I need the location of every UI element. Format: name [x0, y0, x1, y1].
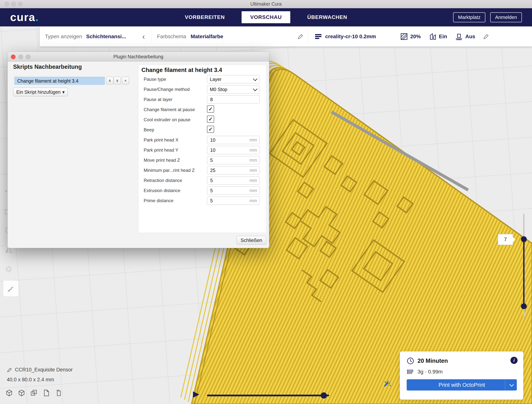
tab-prepare[interactable]: VORBEREITEN: [179, 11, 230, 23]
info-icon[interactable]: i: [510, 357, 518, 364]
layers-icon: [315, 33, 322, 40]
unit-label: mm: [249, 158, 257, 163]
field-label: Pause at layer: [144, 97, 172, 102]
field-label: Prime distance: [144, 198, 173, 203]
prime-distance-field[interactable]: mm: [207, 197, 260, 205]
material-usage-row: 3g · 0.99m: [407, 369, 443, 375]
chevron-down-icon: [509, 382, 514, 387]
pause-at-layer-input[interactable]: [210, 97, 257, 103]
file-icon[interactable]: [43, 389, 50, 397]
add-script-button[interactable]: Ein Skript hinzufügen ▾: [13, 88, 68, 96]
script-settings-heading: Change filament at height 3.4: [141, 67, 222, 73]
field-label: Extrusion distance: [144, 188, 180, 193]
pause-at-layer-field[interactable]: [207, 95, 260, 104]
extrusion-distance-input[interactable]: [210, 188, 249, 193]
path-slider-handle[interactable]: [321, 392, 327, 398]
retraction-distance-field[interactable]: mm: [207, 176, 260, 185]
pencil-icon: [297, 33, 304, 40]
cool-extruder-checkbox[interactable]: ✓: [207, 115, 214, 123]
print-settings-summary[interactable]: creality-cr-10 0.2mm: [315, 26, 376, 46]
park-head-y-input[interactable]: [210, 147, 249, 153]
copy-icon[interactable]: [30, 389, 38, 397]
script-settings-form: Pause type Layer Pause/Change method M0 …: [139, 74, 266, 206]
script-settings-panel: Change filament at height 3.4 Pause type…: [138, 65, 266, 233]
form-row: Extrusion distance mm: [139, 186, 266, 196]
print-with-octoprint-button[interactable]: Print with OctoPrint: [407, 379, 517, 391]
check-icon: ✓: [209, 106, 213, 112]
dialog-close-action-button[interactable]: Schließen: [237, 236, 266, 244]
park-head-x-input[interactable]: [210, 137, 249, 143]
adhesion-icon: [455, 33, 463, 40]
wrench-icon: [383, 380, 392, 389]
window-title: Ultimaker Cura: [0, 0, 532, 8]
minimum-park-z-field[interactable]: mm: [207, 166, 260, 174]
script-list-item[interactable]: Change filament at height 3.4: [14, 77, 105, 85]
layer-slider-top-handle[interactable]: [521, 236, 527, 242]
move-script-down-button[interactable]: ∨: [114, 77, 121, 84]
chevron-left-icon: ‹: [142, 33, 145, 40]
park-head-y-field[interactable]: mm: [207, 146, 260, 154]
minimum-park-z-input[interactable]: [210, 167, 249, 173]
dialog-titlebar[interactable]: Plugin Nachbearbeitung: [8, 52, 269, 61]
pencil-icon[interactable]: [7, 367, 12, 373]
select-value: M0 Stop: [210, 87, 227, 92]
pencil-icon: [483, 33, 489, 40]
print-button-label: Print with OctoPrint: [438, 382, 485, 388]
move-head-z-input[interactable]: [210, 157, 249, 163]
layer-number-flag: 7: [498, 234, 513, 245]
stairs-icon: [7, 284, 15, 293]
infill-setting[interactable]: 20%: [400, 26, 421, 46]
beep-checkbox[interactable]: ✓: [207, 126, 214, 133]
park-head-x-field[interactable]: mm: [207, 136, 260, 144]
print-options-dropdown[interactable]: [505, 379, 517, 391]
layer-slider-bottom-handle[interactable]: [521, 303, 527, 309]
form-row: Park print head Y mm: [139, 145, 266, 155]
move-script-up-button[interactable]: ∧: [106, 77, 113, 84]
collapse-arrow[interactable]: ‹: [142, 26, 145, 46]
remove-script-button[interactable]: ×: [122, 77, 129, 84]
logo-dot: .: [35, 11, 39, 23]
macos-titlebar[interactable]: Ultimaker Cura: [0, 0, 532, 8]
retraction-distance-input[interactable]: [210, 178, 249, 183]
move-head-z-field[interactable]: mm: [207, 156, 260, 164]
caret-down-icon: ▾: [62, 89, 65, 95]
cura-logo: cura.: [10, 11, 39, 24]
post-processing-dialog: Plugin Nachbearbeitung Skripts Nachbearb…: [7, 52, 269, 248]
cube-icon[interactable]: [6, 389, 13, 397]
unit-label: mm: [249, 168, 257, 173]
adhesion-setting[interactable]: Aus: [455, 26, 475, 46]
field-label: Pause type: [144, 77, 166, 82]
view-toolbar: Typen anzeigen Schichtenansi... ‹ Farbsc…: [40, 26, 532, 46]
color-scheme-selector[interactable]: Farbschema Materialfarbe: [157, 26, 223, 46]
pause-method-select[interactable]: M0 Stop: [207, 85, 260, 94]
form-row: Change filament at pause ✓: [139, 105, 266, 115]
support-setting[interactable]: Ein: [430, 26, 447, 46]
field-label: Beep: [144, 127, 154, 133]
extrusion-distance-field[interactable]: mm: [207, 186, 260, 195]
view-type-selector[interactable]: Typen anzeigen Schichtenansi...: [45, 26, 126, 46]
change-filament-checkbox[interactable]: ✓: [207, 105, 214, 113]
tab-monitor[interactable]: ÜBERWACHEN: [302, 11, 353, 23]
cube-icon[interactable]: [18, 389, 25, 397]
play-button[interactable]: ▶: [193, 390, 199, 398]
dialog-title: Plugin Nachbearbeitung: [8, 52, 269, 61]
path-slider-track[interactable]: [207, 395, 329, 396]
signin-button[interactable]: Anmelden: [490, 12, 522, 22]
scripts-heading: Skripts Nachbearbeitung: [13, 64, 82, 70]
support-value: Ein: [439, 33, 447, 39]
pause-type-select[interactable]: Layer: [207, 75, 260, 83]
per-model-settings-icon[interactable]: [4, 265, 13, 274]
field-label: Pause/Change method: [144, 87, 190, 92]
prime-distance-input[interactable]: [210, 198, 249, 204]
octoprint-settings-button[interactable]: [383, 380, 392, 389]
field-label: Retraction distance: [144, 178, 182, 183]
tab-preview[interactable]: VORSCHAU: [242, 11, 290, 23]
print-order-panel[interactable]: [3, 280, 19, 297]
form-row: Retraction distance mm: [139, 175, 266, 186]
color-scheme-label: Farbschema: [157, 33, 186, 39]
edit-print-settings[interactable]: [483, 26, 489, 46]
marketplace-button[interactable]: Marktplatz: [453, 12, 485, 22]
edit-color-scheme[interactable]: [297, 26, 304, 46]
files-icon[interactable]: [55, 389, 62, 397]
form-row: Pause at layer: [139, 94, 266, 105]
